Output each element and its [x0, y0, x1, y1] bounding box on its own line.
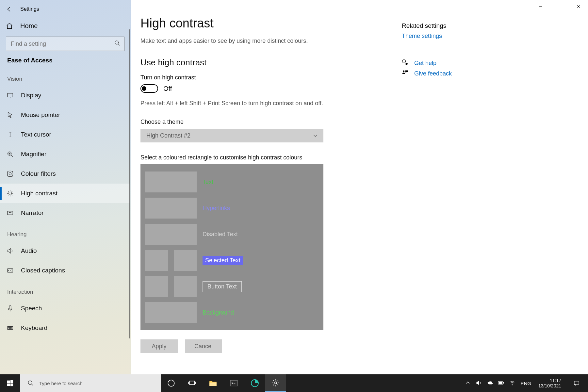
- svg-rect-26: [9, 306, 11, 309]
- give-feedback-link[interactable]: Give feedback: [414, 70, 452, 77]
- swatch-background[interactable]: [145, 302, 197, 323]
- speech-icon: [6, 305, 14, 312]
- search-icon: [27, 380, 34, 386]
- start-button[interactable]: [0, 374, 20, 392]
- svg-line-41: [32, 384, 33, 386]
- apply-button[interactable]: Apply: [140, 339, 178, 353]
- sidebar-item-label: Magnifier: [21, 151, 46, 158]
- back-button[interactable]: [6, 6, 12, 12]
- sidebar-item-display[interactable]: Display: [0, 86, 130, 105]
- svg-point-15: [8, 192, 11, 195]
- swatch-background-label: Background: [203, 309, 234, 316]
- sidebar-scrollbar[interactable]: [129, 29, 130, 338]
- tray-volume-icon[interactable]: [476, 380, 482, 387]
- search-field[interactable]: [10, 40, 114, 48]
- group-hearing-label: Hearing: [0, 223, 130, 241]
- taskbar-search[interactable]: Type here to search: [20, 374, 161, 392]
- swatch-selected-label: Selected Text: [203, 256, 243, 265]
- section-use-heading: Use high contrast: [140, 57, 402, 68]
- minimize-button[interactable]: [531, 0, 550, 13]
- swatch-selected-fg[interactable]: [145, 250, 168, 271]
- home-nav[interactable]: Home: [0, 16, 130, 35]
- get-help-icon: [402, 59, 408, 67]
- taskbar: Type here to search ENG 11:17 13/10/2021: [0, 374, 588, 392]
- swatch-button-bg[interactable]: [174, 276, 197, 297]
- sidebar-item-audio[interactable]: Audio: [0, 241, 130, 261]
- main-content: High contrast Make text and apps easier …: [131, 0, 588, 374]
- colour-swatch-area: Text Hyperlinks Disabled Text Selected T…: [140, 164, 323, 330]
- svg-line-21: [12, 195, 12, 196]
- window-controls: [531, 0, 588, 13]
- sidebar-item-high-contrast[interactable]: High contrast: [0, 184, 130, 203]
- audio-icon: [6, 247, 14, 254]
- sidebar-item-narrator[interactable]: Narrator: [0, 203, 130, 223]
- sidebar-item-label: Text cursor: [21, 131, 51, 138]
- svg-point-31: [10, 327, 10, 328]
- sidebar-item-mouse-pointer[interactable]: Mouse pointer: [0, 105, 130, 125]
- swatch-disabled-text[interactable]: [145, 224, 197, 245]
- search-icon: [114, 40, 120, 47]
- svg-rect-52: [503, 382, 504, 384]
- tray-onedrive-icon[interactable]: [487, 380, 493, 387]
- tray-wifi-icon[interactable]: [509, 380, 515, 387]
- high-contrast-icon: [6, 190, 14, 197]
- feedback-icon: [402, 70, 408, 77]
- taskbar-app-green[interactable]: [244, 374, 265, 392]
- svg-rect-37: [10, 380, 13, 383]
- tray-notifications[interactable]: [568, 380, 585, 386]
- svg-point-42: [168, 380, 174, 386]
- sidebar-item-speech[interactable]: Speech: [0, 299, 130, 318]
- taskbar-taskview[interactable]: [182, 374, 203, 392]
- tray-language[interactable]: ENG: [520, 381, 531, 386]
- taskbar-settings[interactable]: [265, 374, 286, 392]
- related-heading: Related settings: [402, 22, 516, 29]
- maximize-button[interactable]: [550, 0, 569, 13]
- swatch-button-fg[interactable]: [145, 276, 168, 297]
- swatch-hyperlinks[interactable]: [145, 198, 197, 219]
- sidebar-item-label: Mouse pointer: [21, 111, 60, 119]
- taskbar-terminal[interactable]: [223, 374, 244, 392]
- svg-point-33: [402, 60, 406, 63]
- sidebar-item-magnifier[interactable]: Magnifier: [0, 144, 130, 164]
- colour-filters-icon: [6, 170, 14, 177]
- close-button[interactable]: [569, 0, 588, 13]
- home-icon: [6, 22, 13, 29]
- svg-point-14: [9, 172, 11, 175]
- taskbar-file-explorer[interactable]: [203, 374, 223, 392]
- swatch-button-label: Button Text: [203, 281, 242, 292]
- related-panel: Related settings Theme settings Get help…: [402, 16, 516, 361]
- get-help-link[interactable]: Get help: [414, 60, 436, 67]
- text-cursor-icon: [6, 131, 14, 138]
- sidebar-item-keyboard[interactable]: Keyboard: [0, 318, 130, 338]
- high-contrast-toggle[interactable]: [140, 84, 158, 93]
- svg-rect-1: [558, 5, 561, 8]
- cancel-button[interactable]: Cancel: [185, 339, 222, 353]
- tray-chevron-up-icon[interactable]: [465, 380, 471, 387]
- taskbar-cortana[interactable]: [161, 374, 182, 392]
- choose-theme-label: Choose a theme: [140, 119, 402, 125]
- swatch-selected-bg[interactable]: [174, 250, 197, 271]
- group-vision-label: Vision: [0, 67, 130, 86]
- swatch-hyperlinks-label: Hyperlinks: [203, 205, 230, 212]
- sidebar-item-colour-filters[interactable]: Colour filters: [0, 164, 130, 184]
- shortcut-hint: Press left Alt + left Shift + Print Scre…: [140, 100, 402, 107]
- sidebar-item-label: Display: [21, 92, 41, 99]
- svg-point-32: [11, 327, 11, 328]
- tray-battery-icon[interactable]: [498, 380, 504, 387]
- theme-settings-link[interactable]: Theme settings: [402, 33, 516, 40]
- svg-rect-36: [7, 381, 10, 383]
- sidebar-item-label: Audio: [21, 247, 37, 254]
- swatch-text[interactable]: [145, 172, 197, 192]
- page-title: High contrast: [140, 16, 402, 30]
- theme-dropdown[interactable]: High Contrast #2: [140, 129, 323, 142]
- sidebar-item-closed-captions[interactable]: Closed captions: [0, 261, 130, 280]
- search-input[interactable]: [6, 37, 124, 51]
- sidebar-item-label: Keyboard: [21, 324, 47, 332]
- sidebar: Settings Home Ease of Access Vision: [0, 0, 131, 374]
- sidebar-item-text-cursor[interactable]: Text cursor: [0, 125, 130, 144]
- keyboard-icon: [6, 324, 14, 332]
- tray-clock[interactable]: 11:17 13/10/2021: [536, 378, 563, 388]
- svg-point-34: [403, 71, 404, 72]
- display-icon: [6, 92, 14, 99]
- svg-point-49: [275, 382, 277, 384]
